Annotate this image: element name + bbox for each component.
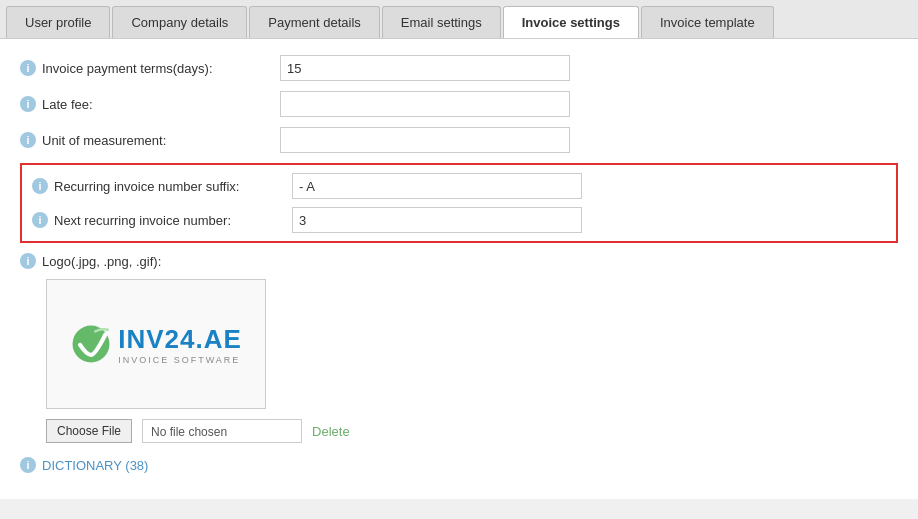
dictionary-link[interactable]: DICTIONARY (38) — [42, 458, 148, 473]
file-upload-row: Choose File No file chosen Delete — [46, 419, 898, 443]
label-payment-terms: i Invoice payment terms(days): — [20, 60, 280, 76]
input-payment-terms[interactable] — [280, 55, 570, 81]
tab-invoice-template[interactable]: Invoice template — [641, 6, 774, 38]
logo-brand-sub: INVOICE SOFTWARE — [118, 355, 242, 365]
input-late-fee[interactable] — [280, 91, 570, 117]
info-icon-next-recurring: i — [32, 212, 48, 228]
label-late-fee: i Late fee: — [20, 96, 280, 112]
tabs-bar: User profileCompany detailsPayment detai… — [0, 0, 918, 39]
label-next-recurring: i Next recurring invoice number: — [32, 212, 292, 228]
form-row-late-fee: i Late fee: — [20, 91, 898, 117]
content-area: i Invoice payment terms(days): i Late fe… — [0, 39, 918, 499]
regular-fields: i Invoice payment terms(days): i Late fe… — [20, 55, 898, 153]
input-recurring-suffix[interactable] — [292, 173, 582, 199]
choose-file-button[interactable]: Choose File — [46, 419, 132, 443]
logo-section: i Logo(.jpg, .png, .gif): INV24.AE INVOI… — [20, 253, 898, 443]
delete-link[interactable]: Delete — [312, 424, 350, 439]
form-row-unit-of-measurement: i Unit of measurement: — [20, 127, 898, 153]
logo-brand-name: INV24.AE — [118, 324, 242, 355]
input-next-recurring[interactable] — [292, 207, 582, 233]
dictionary-section: i DICTIONARY (38) — [20, 457, 898, 473]
tab-user-profile[interactable]: User profile — [6, 6, 110, 38]
no-file-text: No file chosen — [142, 419, 302, 443]
logo-icon-area: INV24.AE INVOICE SOFTWARE — [70, 323, 242, 365]
highlighted-section: i Recurring invoice number suffix: i Nex… — [20, 163, 898, 243]
info-icon-unit-of-measurement: i — [20, 132, 36, 148]
tab-company-details[interactable]: Company details — [112, 6, 247, 38]
tab-email-settings[interactable]: Email settings — [382, 6, 501, 38]
input-unit-of-measurement[interactable] — [280, 127, 570, 153]
tab-payment-details[interactable]: Payment details — [249, 6, 380, 38]
logo-text-block: INV24.AE INVOICE SOFTWARE — [118, 324, 242, 365]
logo-info-icon: i — [20, 253, 36, 269]
form-row-payment-terms: i Invoice payment terms(days): — [20, 55, 898, 81]
logo-arrow-icon — [70, 323, 112, 365]
label-recurring-suffix: i Recurring invoice number suffix: — [32, 178, 292, 194]
info-icon-recurring-suffix: i — [32, 178, 48, 194]
label-unit-of-measurement: i Unit of measurement: — [20, 132, 280, 148]
info-icon-payment-terms: i — [20, 60, 36, 76]
tab-invoice-settings[interactable]: Invoice settings — [503, 6, 639, 38]
form-row-recurring-suffix: i Recurring invoice number suffix: — [32, 173, 886, 199]
logo-inner: INV24.AE INVOICE SOFTWARE — [70, 323, 242, 365]
form-row-next-recurring: i Next recurring invoice number: — [32, 207, 886, 233]
dictionary-info-icon: i — [20, 457, 36, 473]
logo-preview: INV24.AE INVOICE SOFTWARE — [46, 279, 266, 409]
info-icon-late-fee: i — [20, 96, 36, 112]
logo-label: i Logo(.jpg, .png, .gif): — [20, 253, 280, 269]
